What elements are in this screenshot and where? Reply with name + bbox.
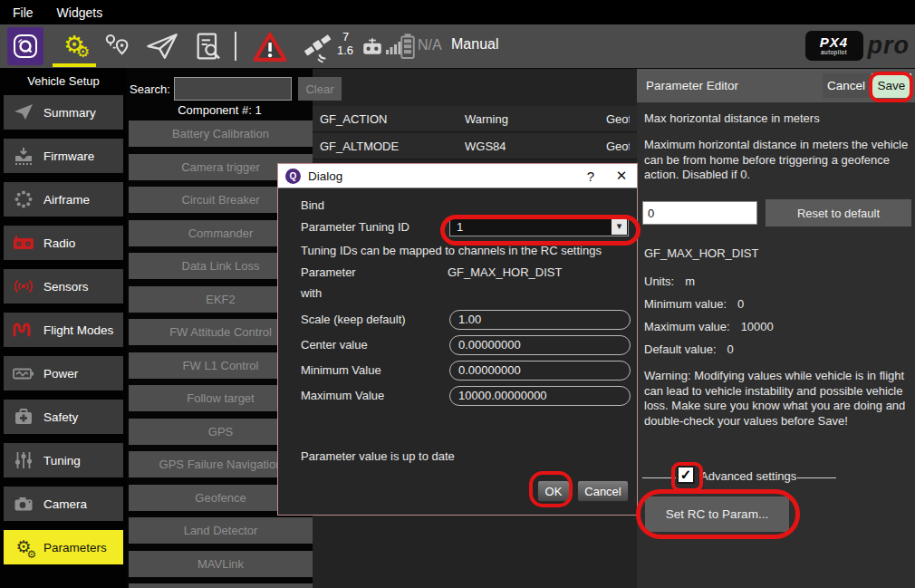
param-status-text: Parameter value is up to date	[301, 449, 455, 463]
param-name: GF_ALTMODE	[313, 140, 465, 153]
scale-input[interactable]: 1.00	[449, 310, 631, 330]
parameter-label: Parameter	[301, 265, 356, 279]
px4-pro-logo: PX4 autopilot pro	[805, 31, 910, 61]
parameter-editor-header: Parameter Editor Cancel Save	[637, 69, 915, 102]
group-land-detector[interactable]: Land Detector	[129, 517, 313, 544]
battery-icon[interactable]	[400, 33, 416, 60]
group-battery-calibration[interactable]: Battery Calibration	[129, 120, 313, 147]
tuning-id-value: 1	[450, 220, 612, 234]
param-name: GF_ACTION	[313, 112, 465, 126]
center-value-label: Center value	[301, 338, 368, 352]
flight-modes-wave-icon	[4, 319, 43, 341]
paper-plane-icon	[4, 101, 43, 123]
sidebar-item-radio[interactable]: Radio	[4, 226, 123, 260]
editor-save-button[interactable]: Save	[872, 73, 911, 98]
editor-cancel-button[interactable]: Cancel	[823, 73, 870, 98]
group-partial[interactable]	[129, 583, 313, 588]
sidebar-item-power[interactable]: Power	[4, 356, 123, 390]
tuning-id-label: Parameter Tuning ID	[301, 220, 409, 234]
toolbar-divider	[235, 32, 236, 61]
minimum-value-label: Minimum Value	[301, 363, 381, 377]
pro-logo-text: pro	[868, 32, 910, 60]
table-row[interactable]: GF_ACTION Warning Geofence	[313, 106, 637, 132]
sidebar-item-camera[interactable]: Camera	[4, 487, 123, 521]
max-value-row: Maximum value:10000	[644, 320, 774, 333]
advanced-divider-left	[642, 477, 676, 478]
menu-widgets[interactable]: Widgets	[57, 5, 103, 20]
check-icon: ✓	[680, 467, 692, 482]
param-long-description: Maximum horizontal distance in meters th…	[644, 138, 910, 183]
editor-title: Parameter Editor	[637, 79, 823, 92]
tuning-id-dropdown[interactable]: 1 ▾	[449, 217, 629, 236]
default-value-row: Default value:0	[644, 342, 734, 356]
param-value-input[interactable]	[642, 201, 757, 225]
maximum-value-label: Maximum Value	[301, 389, 384, 402]
qgc-logo-icon[interactable]	[7, 27, 43, 65]
analyze-document-icon[interactable]	[194, 31, 223, 62]
sidebar-item-firmware[interactable]: Firmware	[4, 139, 123, 173]
tuning-sliders-icon	[4, 449, 43, 471]
sidebar-title: Vehicle Setup	[0, 74, 127, 88]
dialog-title: Dialog	[308, 169, 575, 183]
sidebar-item-parameters[interactable]: ⚙⚙ Parameters	[4, 530, 123, 564]
chevron-down-icon[interactable]: ▾	[612, 218, 627, 235]
qgc-dialog-icon: Q	[285, 169, 301, 184]
advanced-settings-label: Advanced settings	[700, 469, 796, 485]
param-group: Geofence	[606, 112, 630, 126]
units-row: Units:m	[644, 275, 695, 288]
sidebar-item-flight-modes[interactable]: Flight Modes	[4, 313, 123, 347]
search-label: Search:	[130, 82, 170, 96]
advanced-divider-right	[797, 477, 836, 478]
table-row[interactable]: GF_ALTMODE WGS84 Geofence	[313, 133, 637, 159]
search-input[interactable]	[174, 77, 292, 101]
group-mavlink[interactable]: MAVLink	[129, 551, 313, 577]
parameters-gears-icon: ⚙⚙	[4, 538, 43, 556]
sidebar-item-safety[interactable]: Safety	[4, 400, 123, 434]
flight-mode-indicator[interactable]: Manual	[451, 36, 498, 53]
vehicle-messages-warning-icon[interactable]	[252, 31, 288, 63]
scale-label: Scale (keep default)	[301, 313, 406, 326]
clear-search-button[interactable]: Clear	[298, 77, 342, 101]
active-tab-underline	[53, 63, 96, 67]
dialog-ok-button[interactable]: OK	[537, 480, 570, 502]
firmware-download-icon	[4, 145, 43, 167]
sensors-signal-icon	[4, 275, 43, 297]
rc-rssi-remote-icon[interactable]	[361, 36, 384, 56]
plan-waypoint-icon[interactable]	[104, 31, 131, 60]
dialog-titlebar[interactable]: Q Dialog ? ✕	[278, 164, 637, 188]
maximum-value-input[interactable]: 10000.00000000	[449, 386, 631, 406]
camera-icon	[4, 493, 43, 515]
dialog-cancel-button[interactable]: Cancel	[577, 480, 629, 502]
sidebar-item-summary[interactable]: Summary	[4, 95, 123, 130]
sidebar-item-tuning[interactable]: Tuning	[4, 443, 123, 477]
gps-hdop: 1.6	[337, 43, 353, 57]
set-rc-to-param-button[interactable]: Set RC to Param...	[645, 496, 789, 532]
fly-paper-plane-icon[interactable]	[145, 31, 179, 62]
param-warning-text: Warning: Modifying values while vehicle …	[644, 369, 914, 429]
vehicle-setup-gears-icon[interactable]: ⚙ ⚙	[53, 26, 96, 63]
advanced-settings-checkbox[interactable]: ✓	[677, 466, 695, 484]
minimum-value-input[interactable]: 0.00000000	[449, 361, 631, 381]
param-group: Geofence	[606, 140, 630, 153]
gps-status-values[interactable]: 7 1.6	[337, 30, 353, 57]
px4-logo-badge: PX4 autopilot	[805, 31, 863, 61]
reset-to-default-button[interactable]: Reset to default	[766, 199, 911, 227]
sidebar-item-airframe[interactable]: Airframe	[4, 182, 123, 217]
safety-case-icon	[4, 406, 43, 428]
component-label: Component #: 1	[127, 103, 313, 117]
param-short-description: Max horizontal distance in meters	[644, 111, 820, 127]
px4-logo-text: PX4	[820, 36, 848, 49]
qgc-logo-glyph	[13, 34, 38, 59]
gps-satellite-icon[interactable]	[301, 31, 335, 63]
param-value: Warning	[465, 112, 606, 126]
center-value-input[interactable]: 0.00000000	[449, 335, 631, 355]
dialog-close-button[interactable]: ✕	[606, 168, 637, 184]
menu-file[interactable]: File	[13, 5, 34, 20]
px4-logo-subtext: autopilot	[821, 49, 847, 55]
param-name-label: GF_MAX_HOR_DIST	[644, 246, 758, 262]
dialog-help-button[interactable]: ?	[575, 169, 606, 184]
param-value: WGS84	[465, 140, 606, 153]
menu-bar: File Widgets	[0, 0, 915, 24]
min-value-row: Minimum value:0	[644, 297, 744, 311]
sidebar-item-sensors[interactable]: Sensors	[4, 269, 123, 304]
